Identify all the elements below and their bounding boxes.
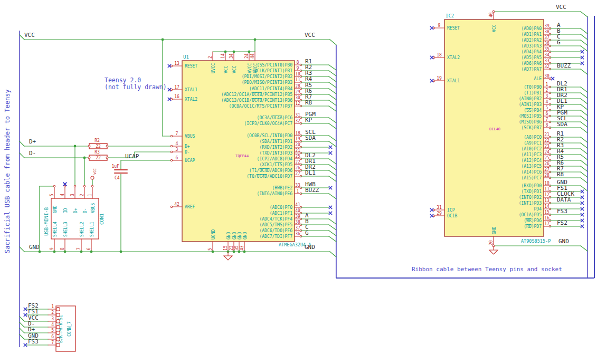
bus-entry xyxy=(329,136,336,141)
bus-entry xyxy=(581,160,587,166)
pin-name: (A13)PC5 xyxy=(521,164,542,169)
pin-number: 6 xyxy=(87,247,91,250)
gnd-triangle xyxy=(489,250,498,254)
bus-entry xyxy=(329,100,336,106)
pin-name: (T0/OC4D/ADC10)PD7 xyxy=(247,174,292,179)
wire xyxy=(20,247,24,252)
ic2-reference: IC2 xyxy=(446,13,454,18)
pin-number: 4 xyxy=(546,100,548,104)
junction-dot xyxy=(224,51,227,53)
no-connect-icon xyxy=(581,62,584,65)
pin-number: 26 xyxy=(295,166,300,170)
pin-name: (PDI/MOSI/PCINT2)PB2 xyxy=(242,74,293,79)
bus-entry xyxy=(20,317,24,321)
pin-number: 14 xyxy=(544,204,549,209)
pin-number: 11 xyxy=(295,78,300,82)
pin-name: VCC xyxy=(232,65,237,73)
net-label: GND xyxy=(305,244,315,251)
pin-number: 20 xyxy=(295,142,300,147)
net-label: G xyxy=(305,229,309,236)
pin-number: 7 xyxy=(546,117,548,122)
pin-number: 13 xyxy=(174,61,179,66)
net-label: D+ xyxy=(29,138,36,145)
pin-name: D- xyxy=(185,150,190,155)
net-label: SDA xyxy=(557,121,567,128)
bus-entry xyxy=(329,194,336,199)
bus-entry xyxy=(329,118,336,123)
bus-entry xyxy=(329,89,336,94)
net-label: VCC xyxy=(24,32,35,39)
pin-number: 8 xyxy=(60,247,65,250)
pin-number: 2 xyxy=(51,310,54,315)
pin-number: 24 xyxy=(244,53,249,59)
junction-dot xyxy=(80,251,83,253)
pin-number: 6 xyxy=(176,156,178,160)
bus-entry xyxy=(581,128,587,133)
pin-name: (AD3)PA3 xyxy=(521,44,542,49)
no-connect-icon xyxy=(581,219,584,222)
net-label: GND xyxy=(29,244,40,251)
pin-end-circle xyxy=(106,145,108,147)
pin-name: (ADC4/TCK)PF4 xyxy=(259,217,292,222)
pin-number: 1 xyxy=(297,189,299,194)
pin-name: OC1B xyxy=(447,214,457,218)
gnd-triangle xyxy=(224,256,232,260)
net-label: KP xyxy=(305,117,312,123)
bus-entry xyxy=(581,104,587,110)
no-connect-icon xyxy=(329,146,332,149)
pin-name: (AIN1)PB3 xyxy=(519,102,542,107)
bus-entry xyxy=(581,87,587,92)
net-label: G xyxy=(557,39,561,46)
bus-entry xyxy=(329,165,336,170)
pin-number: 6 xyxy=(546,111,548,116)
pin-number: 2 xyxy=(546,88,548,93)
pin-end-circle xyxy=(64,185,66,187)
net-label: DL1 xyxy=(305,169,316,176)
pin-number: 18 xyxy=(437,53,442,58)
junction-dot xyxy=(233,251,235,253)
pin-number: 32 xyxy=(544,64,549,69)
pin-number: 1 xyxy=(51,304,54,309)
pin-number: 13 xyxy=(544,198,549,203)
pin-name: VBUS xyxy=(185,134,195,139)
pin-name: (RXD)PD0 xyxy=(521,184,542,188)
pin-number: 4 xyxy=(51,322,54,327)
wire xyxy=(330,40,336,45)
net-label: DATA xyxy=(557,196,571,203)
bus-entry xyxy=(581,34,587,40)
bus-entry xyxy=(329,219,336,224)
ground-symbol xyxy=(489,246,498,254)
pin-end-circle xyxy=(53,185,55,187)
bus-entry xyxy=(329,94,336,100)
pin-name: (A11)PC3 xyxy=(521,152,542,157)
ic2-footprint: DIL40 xyxy=(489,127,500,131)
pin-end-circle xyxy=(106,157,108,159)
pin-number: 5 xyxy=(50,194,54,196)
conn7-pad xyxy=(56,308,60,311)
pin-number: 7 xyxy=(176,131,178,136)
pin-number: 32 xyxy=(295,119,300,123)
pin-name: (AD0)PA0 xyxy=(521,26,542,31)
pin-number: 12 xyxy=(295,101,300,106)
pin-number: 19 xyxy=(437,76,442,81)
pin-name: (AD7)PA7 xyxy=(521,67,542,72)
pin-number: 33 xyxy=(295,183,300,188)
pin-name: (A9)PC1 xyxy=(524,141,542,146)
pin-name: GND xyxy=(226,232,231,240)
pin-name: ID xyxy=(63,208,68,213)
junction-dot xyxy=(74,145,77,148)
no-connect-icon xyxy=(581,213,584,216)
pin-name: SHELL1 xyxy=(90,222,94,237)
bus-entry xyxy=(581,178,587,183)
pin-number: 36 xyxy=(295,232,300,236)
bus-entry xyxy=(20,322,24,327)
junction-dot xyxy=(90,251,93,253)
usb-connector-value: USB-MINI-B xyxy=(44,207,49,236)
u1-footprint: TQFP44 xyxy=(235,154,249,158)
pin-name: (ICP3/CLK0/OC4A)PC7 xyxy=(244,121,292,126)
pin-number: 34 xyxy=(229,53,234,59)
pin-end-circle xyxy=(433,209,435,211)
pin-number: 5 xyxy=(546,106,548,110)
pin-name: (HWB)PE2 xyxy=(272,186,292,190)
pin-name: (ADC6/TDO)PF6 xyxy=(259,228,292,233)
